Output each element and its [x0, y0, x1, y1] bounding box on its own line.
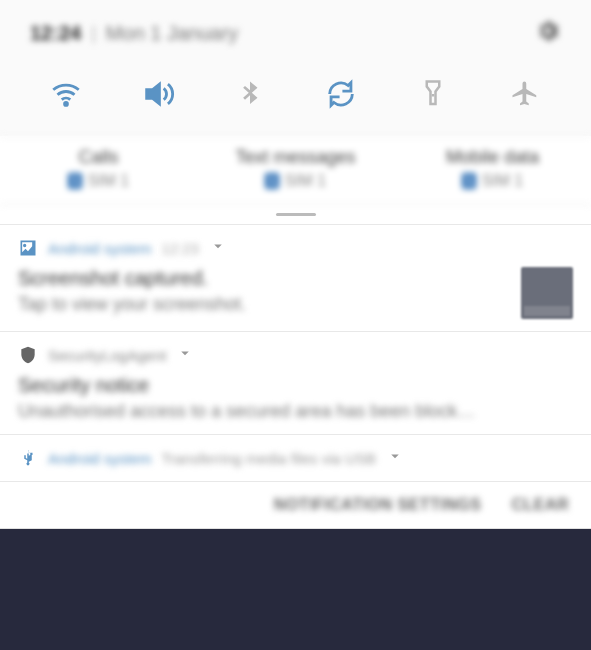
notification-app: SecurityLogAgent	[48, 347, 166, 364]
notifications: Android system 12:23 Screenshot captured…	[0, 224, 591, 482]
svg-point-0	[64, 103, 67, 106]
settings-icon[interactable]	[535, 18, 561, 48]
notification-time: 12:23	[161, 240, 199, 257]
sim-value: SIM 1	[284, 172, 326, 190]
sound-toggle[interactable]	[134, 70, 182, 118]
separator: |	[91, 23, 96, 44]
shield-icon	[18, 345, 38, 365]
notification-footer: NOTIFICATION SETTINGS CLEAR	[0, 482, 591, 529]
screenshot-thumbnail[interactable]	[521, 267, 573, 319]
sim-title: Calls	[0, 147, 197, 168]
notification-security[interactable]: SecurityLogAgent Security notice Unautho…	[0, 332, 591, 435]
sim-title: Mobile data	[394, 147, 591, 168]
sim-texts[interactable]: Text messages 1SIM 1	[197, 137, 394, 204]
bluetooth-toggle[interactable]	[226, 70, 274, 118]
status-header: 12:24 | Mon 1 January	[0, 0, 591, 58]
sim-data[interactable]: Mobile data 1SIM 1	[394, 137, 591, 204]
notification-app: Android system	[48, 450, 151, 467]
sim-badge: 1	[462, 173, 477, 189]
sim-calls[interactable]: Calls 1SIM 1	[0, 137, 197, 204]
quick-settings	[0, 58, 591, 136]
flashlight-toggle[interactable]	[409, 70, 457, 118]
chevron-down-icon[interactable]	[209, 237, 227, 259]
sim-row: Calls 1SIM 1 Text messages 1SIM 1 Mobile…	[0, 136, 591, 205]
clock-date: Mon 1 January	[106, 22, 238, 45]
clear-button[interactable]: CLEAR	[511, 496, 569, 514]
chevron-down-icon[interactable]	[386, 447, 404, 469]
notification-app: Android system	[48, 240, 151, 257]
notification-desc: Tap to view your screenshot.	[18, 294, 509, 315]
notification-screenshot[interactable]: Android system 12:23 Screenshot captured…	[0, 225, 591, 332]
autorotate-toggle[interactable]	[317, 70, 365, 118]
notification-title: Security notice	[18, 374, 573, 397]
usb-icon	[18, 448, 38, 468]
notification-desc: Unauthorised access to a secured area ha…	[18, 401, 573, 422]
notification-panel: 12:24 | Mon 1 January	[0, 0, 591, 136]
notification-usb[interactable]: Android system Transferring media files …	[0, 435, 591, 482]
sim-title: Text messages	[197, 147, 394, 168]
notification-settings-button[interactable]: NOTIFICATION SETTINGS	[274, 496, 482, 514]
image-icon	[18, 238, 38, 258]
clock-time: 12:24	[30, 22, 81, 45]
airplane-toggle[interactable]	[501, 70, 549, 118]
sim-value: SIM 1	[87, 172, 129, 190]
sim-badge: 1	[265, 173, 280, 189]
sim-badge: 1	[68, 173, 83, 189]
notification-sub: Transferring media files via USB	[161, 450, 376, 467]
panel-handle[interactable]	[0, 205, 591, 224]
wifi-toggle[interactable]	[42, 70, 90, 118]
sim-value: SIM 1	[481, 172, 523, 190]
notification-title: Screenshot captured.	[18, 267, 509, 290]
chevron-down-icon[interactable]	[176, 344, 194, 366]
home-background	[0, 529, 591, 650]
